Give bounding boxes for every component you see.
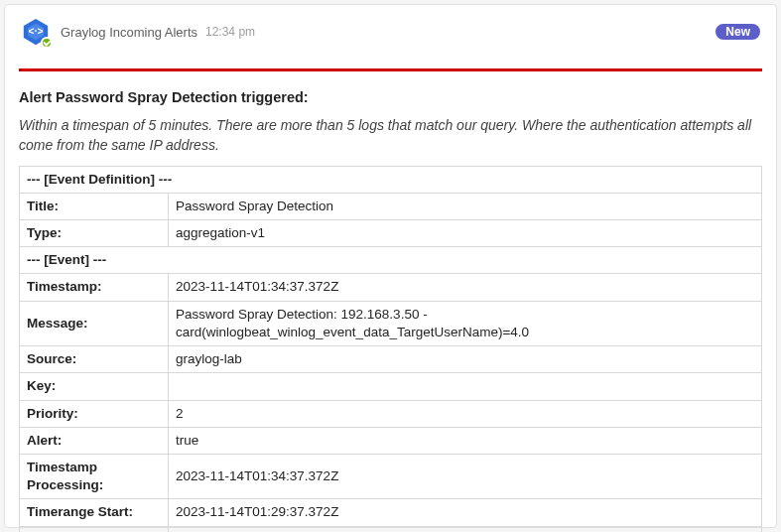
card-body: Alert Password Spray Detection triggered… <box>5 71 776 532</box>
row-trstart-label: Timerange Start: <box>20 499 169 526</box>
card-header: <·> Graylog Incoming Alerts 12:34 pm New <box>5 5 776 57</box>
presence-available-icon <box>41 37 53 49</box>
alert-card: <·> Graylog Incoming Alerts 12:34 pm New… <box>4 4 777 528</box>
row-tsproc-label: Timestamp Processing: <box>20 455 169 499</box>
row-priority-value: 2 <box>169 400 762 427</box>
row-timestamp-label: Timestamp: <box>20 274 169 301</box>
section-event-definition: --- [Event Definition] --- <box>20 166 762 193</box>
row-message-value: Password Spray Detection: 192.168.3.50 -… <box>169 301 762 345</box>
section-event: --- [Event] --- <box>20 247 762 274</box>
row-source-label: Source: <box>20 346 169 373</box>
row-trstart-value: 2023-11-14T01:29:37.372Z <box>169 499 762 526</box>
row-message-label: Message: <box>20 301 169 345</box>
row-priority-label: Priority: <box>20 400 169 427</box>
svg-text:<·>: <·> <box>29 26 44 37</box>
row-trend-value: 2023-11-14T01:34:37.372Z <box>169 526 762 532</box>
event-details-table: --- [Event Definition] --- Title: Passwo… <box>19 166 762 532</box>
alert-heading: Alert Password Spray Detection triggered… <box>19 89 762 105</box>
row-alert-label: Alert: <box>20 427 169 454</box>
row-type-value: aggregation-v1 <box>169 220 762 247</box>
row-key-label: Key: <box>20 373 169 400</box>
row-key-value <box>169 373 762 400</box>
row-trend-label: Timerange End: <box>20 526 169 532</box>
message-timestamp: 12:34 pm <box>205 25 255 39</box>
row-tsproc-value: 2023-11-14T01:34:37.372Z <box>169 455 762 499</box>
row-timestamp-value: 2023-11-14T01:34:37.372Z <box>169 274 762 301</box>
sender-name[interactable]: Graylog Incoming Alerts <box>61 25 197 40</box>
row-title-label: Title: <box>20 193 169 219</box>
alert-description: Within a timespan of 5 minutes. There ar… <box>19 115 762 156</box>
row-type-label: Type: <box>20 220 169 247</box>
row-source-value: graylog-lab <box>169 346 762 373</box>
row-alert-value: true <box>169 427 762 454</box>
graylog-app-icon: <·> <box>21 17 51 47</box>
row-title-value: Password Spray Detection <box>169 193 762 219</box>
new-badge: New <box>716 24 760 40</box>
